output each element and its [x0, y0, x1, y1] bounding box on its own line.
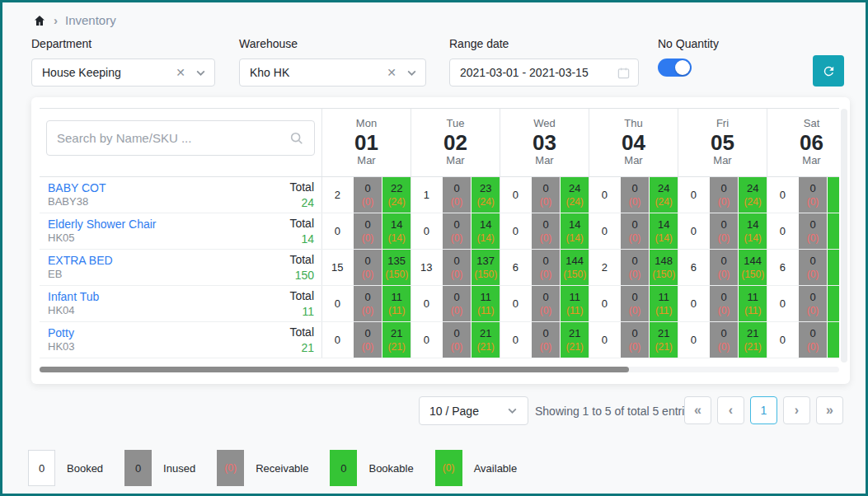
product-name-link[interactable]: EXTRA BED	[48, 253, 113, 268]
inused-value: 0	[720, 218, 726, 232]
page-1-button[interactable]: 1	[750, 396, 777, 424]
available-value: (11)	[388, 304, 405, 317]
legend-label: Inused	[163, 462, 195, 475]
bookable-available-cell: 135 (150)	[382, 250, 411, 285]
bookable-available-cell	[828, 286, 839, 321]
receivable-value: (0)	[718, 232, 730, 245]
day-column-header: Fri 05 Mar	[678, 109, 767, 176]
bookable-available-cell: 144 (150)	[739, 250, 767, 285]
vertical-scrollbar[interactable]	[841, 109, 847, 363]
inused-receivable-cell: 0 (0)	[621, 177, 650, 213]
product-sku: EB	[48, 268, 113, 282]
legend-swatch: (0)	[435, 450, 462, 486]
no-quantity-toggle[interactable]	[658, 58, 692, 77]
bookable-available-cell	[828, 177, 839, 213]
day-cell-group: 0 0 (0) 14 (14)	[321, 213, 411, 249]
day-of-week: Thu	[624, 117, 642, 130]
available-value: (150)	[474, 268, 497, 281]
last-page-button[interactable]: »	[816, 396, 843, 424]
inused-value: 0	[364, 254, 370, 269]
bookable-available-cell: 21 (21)	[382, 322, 411, 358]
product-name-link[interactable]: BABY COT	[48, 180, 106, 195]
available-value: (21)	[744, 340, 761, 353]
search-input[interactable]	[57, 131, 289, 145]
bookable-value: 21	[658, 326, 669, 341]
warehouse-select[interactable]: Kho HK ✕	[239, 58, 426, 87]
home-icon[interactable]	[33, 14, 46, 27]
warehouse-clear-icon[interactable]: ✕	[387, 66, 396, 79]
day-column-header: Sat 06 Mar	[767, 109, 839, 176]
booked-cell: 0	[767, 213, 798, 249]
range-date-label: Range date	[449, 37, 639, 50]
booked-cell: 0	[767, 286, 798, 321]
receivable-value: (0)	[807, 268, 819, 281]
day-cell-group: 1 0 (0) 23 (24)	[411, 177, 500, 213]
next-page-button[interactable]: ›	[783, 396, 810, 424]
booked-cell: 0	[411, 213, 442, 249]
available-value: (21)	[476, 340, 494, 353]
day-cell-group: 0 0 (0) 14 (14)	[500, 213, 589, 249]
product-name-link[interactable]: Potty	[48, 325, 75, 340]
bookable-available-cell	[828, 213, 839, 249]
available-value: (24)	[744, 195, 761, 208]
prev-page-button[interactable]: ‹	[717, 396, 744, 424]
inused-receivable-cell: 0 (0)	[799, 322, 828, 358]
department-chevron-down-icon[interactable]	[195, 68, 206, 78]
inused-value: 0	[720, 181, 726, 196]
day-month: Mar	[624, 154, 642, 167]
inused-value: 0	[364, 181, 370, 196]
day-cell-group: 0 0 (0)	[767, 286, 839, 321]
receivable-value: (0)	[451, 340, 463, 353]
day-month: Mar	[446, 154, 464, 167]
day-cell-group: 0 0 (0) 21 (21)	[500, 322, 589, 358]
receivable-value: (0)	[540, 340, 552, 353]
bookable-value: 21	[747, 326, 758, 341]
day-cell-group: 13 0 (0) 137 (150)	[411, 250, 500, 285]
day-cell-group: 0 0 (0) 11 (11)	[500, 286, 589, 321]
search-box[interactable]	[46, 120, 315, 156]
legend-label: Receivable	[256, 462, 308, 475]
product-name-link[interactable]: Infant Tub	[48, 289, 99, 304]
inused-receivable-cell: 0 (0)	[799, 250, 828, 285]
department-select[interactable]: House Keeping ✕	[31, 58, 215, 87]
legend: 0 Booked 0 Inused (0) Receivable 0 Booka…	[28, 450, 517, 486]
inused-receivable-cell: 0 (0)	[354, 322, 382, 358]
product-name-link[interactable]: Elderly Shower Chair	[48, 217, 157, 232]
inventory-table: Mon 01 Mar Tue 02 Mar Wed 03 Mar Thu 04 …	[40, 108, 839, 358]
day-cell-group: 0 0 (0) 24 (24)	[678, 177, 767, 213]
horizontal-scrollbar-thumb[interactable]	[40, 367, 629, 372]
inused-receivable-cell: 0 (0)	[532, 213, 561, 249]
inused-value: 0	[364, 290, 370, 305]
day-cell-group: 2 0 (0) 22 (24)	[321, 177, 411, 213]
inused-value: 0	[453, 218, 459, 232]
inused-receivable-cell: 0 (0)	[354, 286, 382, 321]
day-cell-group: 15 0 (0) 135 (150)	[321, 250, 411, 285]
receivable-value: (0)	[540, 232, 552, 245]
first-page-button[interactable]: «	[684, 396, 711, 424]
refresh-button[interactable]	[813, 55, 844, 87]
department-value: House Keeping	[42, 66, 176, 79]
bookable-available-cell: 11 (11)	[472, 286, 500, 321]
per-page-select[interactable]: 10 / Page	[419, 396, 528, 425]
booked-cell: 0	[322, 286, 353, 321]
inused-value: 0	[809, 181, 815, 196]
per-page-chevron-down-icon	[507, 405, 518, 416]
department-clear-icon[interactable]: ✕	[176, 66, 185, 79]
receivable-value: (0)	[540, 268, 552, 281]
inused-receivable-cell: 0 (0)	[621, 250, 650, 285]
warehouse-chevron-down-icon[interactable]	[406, 68, 417, 78]
day-cell-group: 0 0 (0) 14 (14)	[678, 213, 767, 249]
inused-value: 0	[453, 181, 459, 196]
inused-receivable-cell: 0 (0)	[621, 286, 650, 321]
calendar-icon[interactable]	[617, 67, 630, 79]
inused-receivable-cell: 0 (0)	[532, 250, 561, 285]
product-sku: BABY38	[48, 195, 106, 209]
range-date-input[interactable]: 2021-03-01 - 2021-03-15	[449, 58, 639, 87]
inused-receivable-cell: 0 (0)	[443, 286, 472, 321]
bookable-value: 135	[387, 254, 406, 269]
bookable-value: 137	[476, 254, 495, 269]
booked-cell: 6	[678, 250, 709, 285]
receivable-value: (0)	[807, 340, 819, 353]
table-header-row: Mon 01 Mar Tue 02 Mar Wed 03 Mar Thu 04 …	[40, 108, 839, 177]
receivable-value: (0)	[629, 195, 641, 208]
